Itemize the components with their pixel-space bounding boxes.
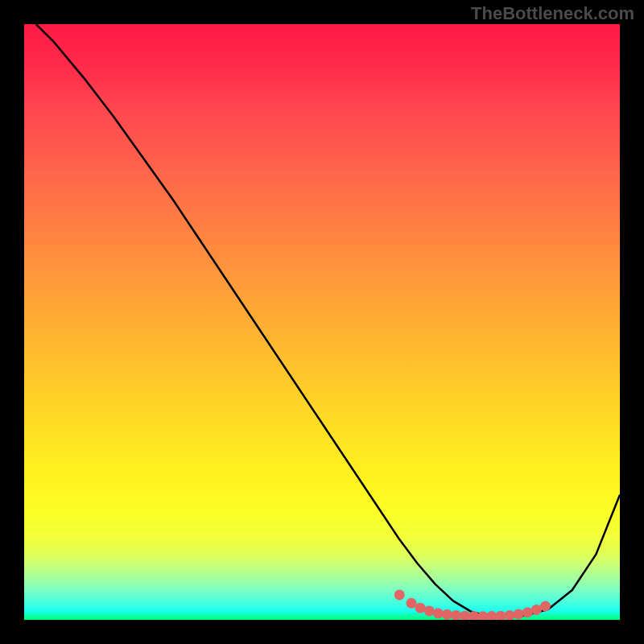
optimal-marker xyxy=(496,611,506,620)
optimal-marker xyxy=(522,607,533,617)
optimal-marker xyxy=(531,605,542,615)
curve-group xyxy=(36,24,620,617)
watermark-text: TheBottleneck.com xyxy=(471,3,634,24)
optimal-marker xyxy=(505,610,515,620)
chart-svg xyxy=(24,24,620,620)
optimal-marker xyxy=(433,608,444,618)
optimal-marker xyxy=(407,598,417,609)
optimal-marker xyxy=(415,603,426,613)
optimal-marker xyxy=(424,605,435,616)
optimal-marker xyxy=(442,609,452,620)
plot-area xyxy=(24,24,620,620)
marker-group xyxy=(394,589,551,620)
optimal-marker xyxy=(477,611,488,620)
optimal-marker xyxy=(394,589,405,600)
optimal-marker xyxy=(486,611,497,620)
optimal-marker xyxy=(514,609,524,619)
bottleneck-curve-path xyxy=(36,24,620,617)
optimal-marker xyxy=(540,601,551,611)
optimal-marker xyxy=(451,610,461,620)
optimal-marker xyxy=(460,611,470,620)
